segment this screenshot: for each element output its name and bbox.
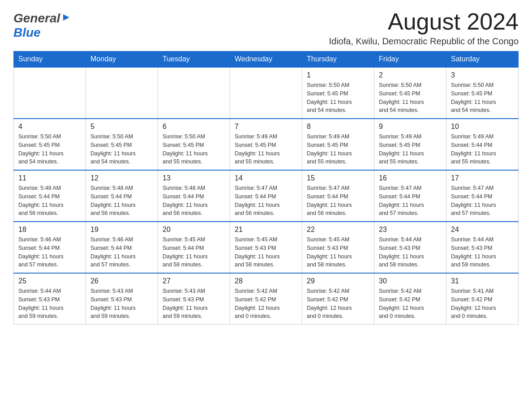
day-info: Sunrise: 5:47 AMSunset: 5:44 PMDaylight:… [235,184,297,218]
day-number: 3 [451,71,514,79]
header-wednesday: Wednesday [230,51,302,68]
day-info: Sunrise: 5:44 AMSunset: 5:43 PMDaylight:… [451,235,514,269]
day-info: Sunrise: 5:48 AMSunset: 5:44 PMDaylight:… [90,184,153,218]
day-info: Sunrise: 5:49 AMSunset: 5:45 PMDaylight:… [307,133,369,166]
calendar-day: 7Sunrise: 5:49 AMSunset: 5:45 PMDaylight… [230,119,302,170]
day-info: Sunrise: 5:45 AMSunset: 5:44 PMDaylight:… [163,235,225,269]
day-number: 21 [235,226,297,234]
calendar-day: 24Sunrise: 5:44 AMSunset: 5:43 PMDayligh… [446,222,519,273]
day-info: Sunrise: 5:47 AMSunset: 5:44 PMDaylight:… [379,184,442,218]
month-title: August 2024 [329,9,519,34]
day-info: Sunrise: 5:45 AMSunset: 5:43 PMDaylight:… [235,235,297,269]
day-info: Sunrise: 5:45 AMSunset: 5:43 PMDaylight:… [307,235,369,269]
day-info: Sunrise: 5:49 AMSunset: 5:45 PMDaylight:… [235,133,297,166]
day-number: 22 [307,226,369,234]
day-info: Sunrise: 5:48 AMSunset: 5:44 PMDaylight:… [18,184,81,218]
day-number: 28 [235,277,297,285]
day-number: 24 [451,226,514,234]
calendar-day: 18Sunrise: 5:46 AMSunset: 5:44 PMDayligh… [14,222,86,273]
calendar-day: 1Sunrise: 5:50 AMSunset: 5:45 PMDaylight… [302,67,374,119]
day-number: 12 [90,174,153,182]
day-info: Sunrise: 5:44 AMSunset: 5:43 PMDaylight:… [18,287,81,321]
day-number: 16 [379,174,442,182]
calendar-day [230,67,302,119]
day-number: 31 [451,277,514,285]
day-info: Sunrise: 5:41 AMSunset: 5:42 PMDaylight:… [451,287,514,321]
day-info: Sunrise: 5:47 AMSunset: 5:44 PMDaylight:… [307,184,369,218]
day-info: Sunrise: 5:49 AMSunset: 5:44 PMDaylight:… [451,133,514,166]
day-info: Sunrise: 5:42 AMSunset: 5:42 PMDaylight:… [307,287,369,321]
day-number: 27 [163,277,225,285]
day-number: 8 [307,123,369,131]
logo-blue-text: Blue [13,26,41,40]
day-number: 9 [379,123,442,131]
header-thursday: Thursday [302,51,374,68]
calendar-day: 17Sunrise: 5:47 AMSunset: 5:44 PMDayligh… [446,170,519,222]
calendar-day: 16Sunrise: 5:47 AMSunset: 5:44 PMDayligh… [374,170,446,222]
day-number: 30 [379,277,442,285]
logo-general-text: General [13,11,60,26]
day-number: 29 [307,277,369,285]
logo: General Blue [13,9,71,40]
calendar-header-row: Sunday Monday Tuesday Wednesday Thursday… [14,51,519,68]
calendar-day [86,67,158,119]
day-info: Sunrise: 5:42 AMSunset: 5:42 PMDaylight:… [379,287,442,321]
calendar-day: 26Sunrise: 5:43 AMSunset: 5:43 PMDayligh… [86,273,158,325]
calendar-day: 15Sunrise: 5:47 AMSunset: 5:44 PMDayligh… [302,170,374,222]
calendar-day: 31Sunrise: 5:41 AMSunset: 5:42 PMDayligh… [446,273,519,325]
day-info: Sunrise: 5:50 AMSunset: 5:45 PMDaylight:… [18,133,81,166]
day-info: Sunrise: 5:49 AMSunset: 5:45 PMDaylight:… [379,133,442,166]
header-monday: Monday [86,51,158,68]
day-info: Sunrise: 5:50 AMSunset: 5:45 PMDaylight:… [163,133,225,166]
calendar-day: 14Sunrise: 5:47 AMSunset: 5:44 PMDayligh… [230,170,302,222]
day-info: Sunrise: 5:46 AMSunset: 5:44 PMDaylight:… [18,235,81,269]
header-friday: Friday [374,51,446,68]
week-row-3: 11Sunrise: 5:48 AMSunset: 5:44 PMDayligh… [14,170,519,222]
day-info: Sunrise: 5:50 AMSunset: 5:45 PMDaylight:… [90,133,153,166]
day-number: 19 [90,226,153,234]
calendar-day: 25Sunrise: 5:44 AMSunset: 5:43 PMDayligh… [14,273,86,325]
day-number: 11 [18,174,81,182]
day-number: 14 [235,174,297,182]
title-area: August 2024 Idiofa, Kwilu, Democratic Re… [329,9,519,47]
calendar-day: 21Sunrise: 5:45 AMSunset: 5:43 PMDayligh… [230,222,302,273]
page-header: General Blue August 2024 Idiofa, Kwilu, … [13,9,519,47]
logo-arrow-icon [61,13,71,24]
location-title: Idiofa, Kwilu, Democratic Republic of th… [329,36,519,47]
calendar-day: 11Sunrise: 5:48 AMSunset: 5:44 PMDayligh… [14,170,86,222]
day-number: 17 [451,174,514,182]
day-number: 4 [18,123,81,131]
calendar-day: 5Sunrise: 5:50 AMSunset: 5:45 PMDaylight… [86,119,158,170]
calendar-day: 10Sunrise: 5:49 AMSunset: 5:44 PMDayligh… [446,119,519,170]
calendar-day: 27Sunrise: 5:43 AMSunset: 5:43 PMDayligh… [158,273,230,325]
day-info: Sunrise: 5:42 AMSunset: 5:42 PMDaylight:… [235,287,297,321]
week-row-5: 25Sunrise: 5:44 AMSunset: 5:43 PMDayligh… [14,273,519,325]
calendar-day: 4Sunrise: 5:50 AMSunset: 5:45 PMDaylight… [14,119,86,170]
day-number: 18 [18,226,81,234]
calendar-day: 20Sunrise: 5:45 AMSunset: 5:44 PMDayligh… [158,222,230,273]
week-row-2: 4Sunrise: 5:50 AMSunset: 5:45 PMDaylight… [14,119,519,170]
day-number: 15 [307,174,369,182]
calendar-day: 8Sunrise: 5:49 AMSunset: 5:45 PMDaylight… [302,119,374,170]
day-info: Sunrise: 5:47 AMSunset: 5:44 PMDaylight:… [451,184,514,218]
calendar-day [158,67,230,119]
day-number: 1 [307,71,369,79]
day-number: 2 [379,71,442,79]
calendar-day: 23Sunrise: 5:44 AMSunset: 5:43 PMDayligh… [374,222,446,273]
calendar-day: 13Sunrise: 5:48 AMSunset: 5:44 PMDayligh… [158,170,230,222]
day-info: Sunrise: 5:50 AMSunset: 5:45 PMDaylight:… [379,81,442,115]
header-saturday: Saturday [446,51,519,68]
svg-marker-0 [63,14,69,21]
day-info: Sunrise: 5:43 AMSunset: 5:43 PMDaylight:… [163,287,225,321]
week-row-4: 18Sunrise: 5:46 AMSunset: 5:44 PMDayligh… [14,222,519,273]
week-row-1: 1Sunrise: 5:50 AMSunset: 5:45 PMDaylight… [14,67,519,119]
header-tuesday: Tuesday [158,51,230,68]
calendar-day: 29Sunrise: 5:42 AMSunset: 5:42 PMDayligh… [302,273,374,325]
calendar-day: 19Sunrise: 5:46 AMSunset: 5:44 PMDayligh… [86,222,158,273]
calendar-day: 2Sunrise: 5:50 AMSunset: 5:45 PMDaylight… [374,67,446,119]
day-number: 20 [163,226,225,234]
day-number: 10 [451,123,514,131]
day-number: 26 [90,277,153,285]
calendar-day: 22Sunrise: 5:45 AMSunset: 5:43 PMDayligh… [302,222,374,273]
calendar-day: 30Sunrise: 5:42 AMSunset: 5:42 PMDayligh… [374,273,446,325]
